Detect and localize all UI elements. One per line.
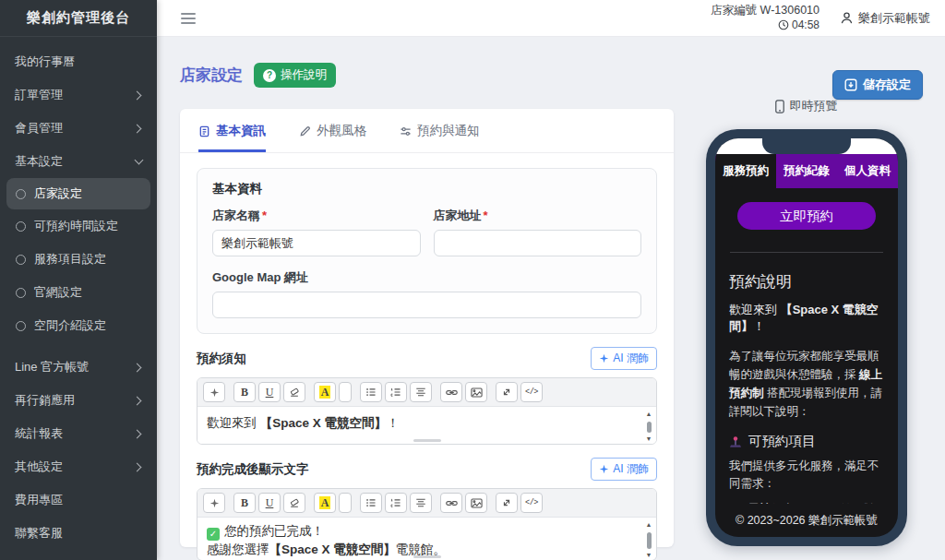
sliders-icon [400, 125, 412, 137]
sidebar-nav: 我的行事曆 訂單管理 會員管理 基本設定 店家設定 可預約時間設定 服務項目設定… [0, 37, 157, 550]
image-button[interactable] [465, 493, 487, 513]
sidebar-item-line-account[interactable]: Line 官方帳號 [0, 351, 157, 384]
numbered-list-button[interactable] [385, 382, 407, 402]
google-map-label: Google Map 網址 [212, 269, 641, 286]
chevron-right-icon [133, 462, 142, 471]
chevron-right-icon [133, 124, 142, 133]
editor-scrollbar[interactable]: ▲▼ [643, 410, 654, 441]
sidebar-item-store-settings[interactable]: 店家設定 [6, 178, 150, 209]
help-button[interactable]: ? 操作說明 [254, 63, 336, 88]
bullet-list-button[interactable] [360, 382, 382, 402]
eraser-icon [289, 387, 300, 398]
phone-tabbar: 服務預約 預約紀錄 個人資料 [715, 154, 898, 188]
phone-tab-booking-records[interactable]: 預約紀錄 [776, 154, 837, 188]
book-now-button[interactable]: 立即預約 [737, 202, 876, 230]
notice-editor-content[interactable]: 歡迎來到 【Space X 電競空間】！ ▲▼ [197, 406, 656, 444]
bold-button[interactable]: B [233, 382, 256, 402]
menu-toggle-button[interactable] [181, 10, 196, 27]
align-button[interactable] [410, 493, 432, 513]
font-color-button[interactable]: A [314, 493, 336, 513]
question-icon: ? [263, 69, 276, 82]
phone-statusbar [715, 138, 898, 154]
phone-icon [774, 100, 785, 113]
fullscreen-button[interactable] [496, 493, 518, 513]
store-address-input[interactable] [434, 230, 642, 256]
code-button[interactable]: </> [520, 493, 543, 513]
app-title: 樂創約管理後台 [0, 0, 157, 37]
editor-scrollbar[interactable]: ▲▼ [643, 520, 654, 557]
tab-appearance[interactable]: 外觀風格 [299, 123, 366, 152]
complete-text-editor: B U A </> ✓您的預約已完成！ [197, 488, 657, 560]
sidebar-item-members[interactable]: 會員管理 [0, 112, 157, 145]
bold-button[interactable]: B [233, 493, 256, 513]
align-icon [415, 497, 426, 508]
ai-wand-button[interactable] [203, 382, 225, 402]
tab-basic-info[interactable]: 基本資訊 [198, 123, 266, 152]
complete-editor-content[interactable]: ✓您的預約已完成！ 感謝您選擇【Space X 電競空間】電競館。 ▲▼ [197, 517, 656, 560]
align-button[interactable] [410, 382, 432, 402]
sidebar-item-space-intro[interactable]: 空間介紹設定 [0, 309, 157, 342]
bullet-list-button[interactable] [360, 493, 382, 513]
tab-booking-notify[interactable]: 預約與通知 [400, 123, 480, 152]
bullet-list-icon [365, 497, 377, 508]
phone-footer: © 2023~2026 樂創示範帳號 [715, 513, 898, 529]
live-preview-label: 即時預覽 [736, 98, 875, 114]
font-color-button[interactable]: A [314, 382, 336, 402]
sidebar-item-contact-support[interactable]: 聯繫客服 [0, 517, 157, 550]
color-swatch-button[interactable] [339, 382, 352, 402]
ai-wand-button[interactable] [203, 493, 225, 513]
account-menu[interactable]: 樂創示範帳號 [840, 10, 930, 27]
main-content: 店家設定 ? 操作說明 儲存設定 即時預覽 基本資訊 外觀風 [157, 37, 945, 560]
underline-button[interactable]: U [258, 493, 281, 513]
sidebar-item-calendar[interactable]: 我的行事曆 [0, 45, 157, 78]
radio-circle-icon [16, 255, 26, 265]
services-list: 電競包廂：單人、雙人對戰專用，配備高規格電競主機與專業耳機。 開放電競區：多人連… [735, 501, 884, 505]
link-icon [446, 497, 458, 509]
sidebar-item-website-settings[interactable]: 官網設定 [0, 276, 157, 309]
sparkle-icon [599, 464, 609, 474]
bookable-items-heading: 可預約項目 [729, 433, 884, 450]
booking-info-heading: 預約說明 [729, 271, 884, 292]
numbered-list-icon [390, 497, 401, 508]
user-icon [840, 11, 854, 25]
clear-format-button[interactable] [283, 493, 305, 513]
sidebar-item-orders[interactable]: 訂單管理 [0, 78, 157, 112]
phone-content: 立即預約 預約說明 歡迎來到 【Space X 電競空間】！ 為了讓每位玩家都能… [715, 188, 898, 504]
store-name-input[interactable] [212, 230, 421, 256]
link-button[interactable] [440, 493, 462, 513]
phone-screen: 服務預約 預約紀錄 個人資料 立即預約 預約說明 歡迎來到 【Space X 電… [715, 138, 898, 537]
resize-handle[interactable] [413, 439, 441, 442]
sidebar-item-fees[interactable]: 費用專區 [0, 483, 157, 517]
image-button[interactable] [465, 382, 487, 402]
sidebar-item-bookable-time[interactable]: 可預約時間設定 [0, 209, 157, 243]
fullscreen-button[interactable] [496, 382, 518, 402]
phone-tab-service-booking[interactable]: 服務預約 [715, 154, 776, 188]
clear-format-button[interactable] [283, 382, 305, 402]
store-address-label: 店家地址* [434, 208, 642, 224]
link-button[interactable] [440, 382, 462, 402]
sidebar-item-reports[interactable]: 統計報表 [0, 417, 157, 450]
color-swatch-button[interactable] [339, 493, 352, 513]
sidebar-item-other-settings[interactable]: 其他設定 [0, 450, 157, 483]
ai-polish-button[interactable]: AI 潤飾 [591, 458, 657, 481]
document-icon [198, 125, 210, 137]
services-intro: 我們提供多元化服務，滿足不同需求： [729, 458, 884, 493]
page-title: 店家設定 [180, 65, 243, 86]
sidebar-item-remarketing[interactable]: 再行銷應用 [0, 384, 157, 417]
chevron-right-icon [133, 429, 142, 438]
numbered-list-button[interactable] [385, 493, 407, 513]
sidebar-item-service-items[interactable]: 服務項目設定 [0, 243, 157, 276]
fullscreen-icon [501, 497, 512, 508]
phone-tab-profile[interactable]: 個人資料 [837, 154, 898, 188]
save-settings-button[interactable]: 儲存設定 [832, 70, 923, 100]
code-button[interactable]: </> [520, 382, 543, 402]
underline-button[interactable]: U [258, 382, 281, 402]
notice-label: 預約須知 [197, 351, 246, 367]
complete-text-label: 預約完成後顯示文字 [197, 461, 309, 478]
google-map-input[interactable] [212, 292, 641, 318]
sidebar-item-basic-settings[interactable]: 基本設定 [0, 145, 157, 178]
chevron-right-icon [133, 396, 142, 405]
divider [730, 252, 883, 253]
resize-handle[interactable] [413, 555, 441, 558]
ai-polish-button[interactable]: AI 潤飾 [591, 347, 657, 370]
